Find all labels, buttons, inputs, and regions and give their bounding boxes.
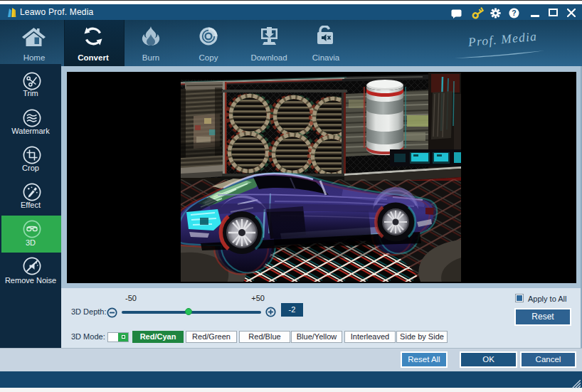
svg-text:?: ?	[512, 9, 516, 17]
